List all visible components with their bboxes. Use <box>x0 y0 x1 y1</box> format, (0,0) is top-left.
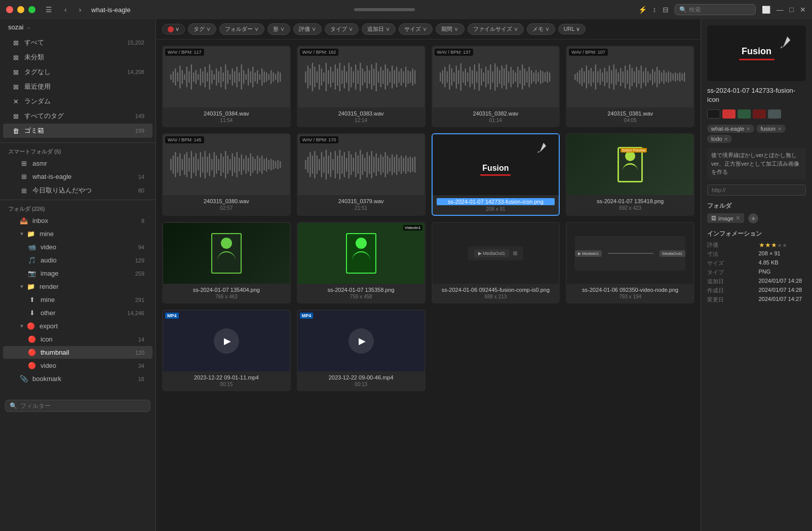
filter-input[interactable] <box>20 402 146 409</box>
grid-item-6[interactable]: WAV / BPM: 170 240315_0379.wav 21:51 <box>297 133 426 216</box>
sidebar-item-mine[interactable]: ▼ 📁 mine <box>3 227 152 240</box>
sidebar-item-recent[interactable]: ⊠ 最近使用 <box>3 80 152 94</box>
grid-item-3[interactable]: WAV / BPM: 137 240315_0382.wav 01:14 <box>432 46 560 127</box>
tag-todo[interactable]: todo ✕ <box>707 135 732 143</box>
grid-item-5[interactable]: WAV / BPM: 145 240315_0380.wav 02:57 <box>162 133 291 216</box>
search-bar[interactable]: 🔍 <box>675 4 756 15</box>
filename-8: ss-2024-01-07 135418.png <box>571 198 689 204</box>
menu-button[interactable]: ☰ <box>44 5 54 15</box>
filter-rating[interactable]: 評価 ∨ <box>293 23 322 35</box>
filter-added[interactable]: 追加日 ∨ <box>362 23 396 35</box>
tag-fusion[interactable]: fusion ✕ <box>756 125 785 133</box>
filter-size[interactable]: サイズ ∨ <box>399 23 433 35</box>
grid-item-10[interactable]: VideoIn1 ss-2024-01-07 135358.png 759 x … <box>297 222 426 304</box>
filter-duration[interactable]: 期間 ∨ <box>436 23 464 35</box>
grid-item-13[interactable]: MP4 ▶ 2023-12-22 09-01-11.mp4 00:15 <box>162 310 291 391</box>
svg-rect-201 <box>182 159 183 170</box>
sidebar-item-icon[interactable]: 🔴 icon 14 <box>3 333 152 346</box>
url-input[interactable] <box>707 184 806 196</box>
swatch-2[interactable] <box>722 109 736 119</box>
sidebar-item-audio[interactable]: 🎵 audio 129 <box>3 254 152 267</box>
close-button[interactable] <box>6 6 13 13</box>
sidebar-item-render[interactable]: ▼ 📁 render <box>3 280 152 293</box>
svg-rect-155 <box>593 71 594 83</box>
svg-rect-131 <box>515 72 516 82</box>
sidebar-item-uncategorized[interactable]: ⊠ 未分類 <box>3 50 152 64</box>
sidebar-item-thumbnail[interactable]: 🔴 thumbnail 120 <box>3 346 152 359</box>
grid-item-11[interactable]: ▶ MediaOut1 ss-2024-01-06 092445-fusion-… <box>432 222 560 304</box>
sidebar-item-other[interactable]: ⬇ other 14,246 <box>3 307 152 319</box>
filter-shape[interactable]: 形 ∨ <box>267 23 290 35</box>
add-folder-button[interactable]: + <box>748 213 758 223</box>
sidebar-item-export[interactable]: ▼ 🔴 export <box>3 320 152 332</box>
grid-item-7[interactable]: Fusion ss-2024-01-07 142733-fusion-icon.… <box>432 133 560 216</box>
sidebar-item-what-is-eagle[interactable]: ⊞ what-is-eagle 14 <box>3 170 152 183</box>
sidebar-item-bookmark[interactable]: 📎 bookmark 16 <box>3 372 152 385</box>
grid-item-2[interactable]: WAV / BPM: 162 240315_0383.wav 12:14 <box>297 46 426 127</box>
svg-rect-229 <box>246 156 247 174</box>
funnel-icon[interactable]: ⊟ <box>663 6 669 14</box>
sidebar-item-asmr[interactable]: ⊞ asmr <box>3 157 152 170</box>
tag-remove-fusion[interactable]: ✕ <box>778 126 782 132</box>
sidebar-item-image[interactable]: 📷 image 259 <box>3 267 152 280</box>
tag-remove-eagle[interactable]: ✕ <box>746 126 750 132</box>
sidebar-item-today[interactable]: ⊞ 今日取り込んだやつ 80 <box>3 183 152 198</box>
filter-filesize[interactable]: ファイルサイズ ∨ <box>468 23 524 35</box>
filter-type[interactable]: タイプ ∨ <box>325 23 359 35</box>
swatch-5[interactable] <box>768 109 781 119</box>
sidebar-item-all-tags[interactable]: ⊠ すべてのタグ 149 <box>3 109 152 123</box>
grid-item-1[interactable]: WAV / BPM: 117 240315_0384.wav 11:54 <box>162 46 291 127</box>
back-button[interactable]: ‹ <box>62 5 69 15</box>
svg-rect-1 <box>173 71 174 83</box>
filter-url[interactable]: URL ∨ <box>558 24 586 34</box>
sidebar-item-video2[interactable]: 🔴 video 34 <box>3 359 152 372</box>
swatch-1[interactable] <box>707 109 720 119</box>
sidebar-item-mine2[interactable]: ⬆ mine 291 <box>3 293 152 306</box>
filter-color[interactable]: ∨ <box>162 24 185 34</box>
grid-item-4[interactable]: WAV / BPM: 107 240315_0381.wav 04:05 <box>566 46 694 127</box>
svg-rect-51 <box>310 68 311 86</box>
sidebar-item-notag[interactable]: ⊠ タグなし 14,208 <box>3 65 152 79</box>
sidebar-item-random[interactable]: ✕ ランダム <box>3 94 152 108</box>
folder-tag-image[interactable]: 🖼 image ✕ <box>707 213 744 223</box>
sidebar-item-video[interactable]: 📹 video 94 <box>3 241 152 253</box>
filter-tag[interactable]: タグ ∨ <box>188 23 216 35</box>
window-close-icon[interactable]: ✕ <box>800 6 806 14</box>
sidebar-filter[interactable]: 🔍 <box>5 400 150 412</box>
svg-rect-136 <box>526 71 527 83</box>
svg-rect-14 <box>203 71 204 83</box>
grid-area: WAV / BPM: 117 240315_0384.wav 11:54 <box>156 40 701 531</box>
filter-folder[interactable]: フォルダー ∨ <box>219 23 264 35</box>
window-max-icon[interactable]: □ <box>790 6 794 14</box>
sort-icon[interactable]: ↕ <box>653 6 656 14</box>
grid-item-14[interactable]: MP4 ▶ 2023-12-22 09-00-46.mp4 00:13 <box>297 310 426 391</box>
resize-icon[interactable]: ⬜ <box>762 6 770 14</box>
sidebar-item-inbox[interactable]: 📤 inbox 8 <box>3 214 152 227</box>
tag-remove-todo[interactable]: ✕ <box>724 136 728 142</box>
folder-remove-image[interactable]: ✕ <box>736 215 740 221</box>
forward-button[interactable]: › <box>77 5 84 15</box>
svg-rect-81 <box>378 71 379 83</box>
svg-rect-95 <box>410 71 411 83</box>
window-min-icon[interactable]: — <box>777 6 784 14</box>
tag-what-is-eagle[interactable]: what-is-eagle ✕ <box>707 125 754 133</box>
swatch-4[interactable] <box>753 109 766 119</box>
added-label: 追加日 <box>707 278 755 285</box>
minimize-button[interactable] <box>17 6 24 13</box>
grid-item-8[interactable]: Select Preview ss-2024-01-07 135418.png … <box>566 133 694 216</box>
sidebar-label-notag: タグなし <box>24 67 127 77</box>
maximize-button[interactable] <box>28 6 35 13</box>
search-input[interactable] <box>689 6 750 13</box>
svg-rect-234 <box>257 156 258 174</box>
filter-memo[interactable]: メモ ∨ <box>527 23 555 35</box>
grid-item-12[interactable]: ▶ MediaIn1 MediaOut1 ss-2024-01-06 09235… <box>566 222 694 304</box>
swatch-3[interactable] <box>738 109 751 119</box>
filter-icon[interactable]: ⚡ <box>638 6 647 14</box>
folder-add-row: 🖼 image ✕ + <box>707 213 806 223</box>
thumb-5: WAV / BPM: 145 <box>163 134 290 195</box>
svg-rect-270 <box>362 155 363 175</box>
sidebar-item-all[interactable]: ⊠ すべて 15,202 <box>3 35 152 50</box>
sidebar-item-trash[interactable]: 🗑 ゴミ箱 199 <box>3 124 152 138</box>
grid-item-9[interactable]: ss-2024-01-07 135404.png 766 x 463 <box>162 222 291 304</box>
added-value: 2024/01/07 14:28 <box>759 278 806 285</box>
